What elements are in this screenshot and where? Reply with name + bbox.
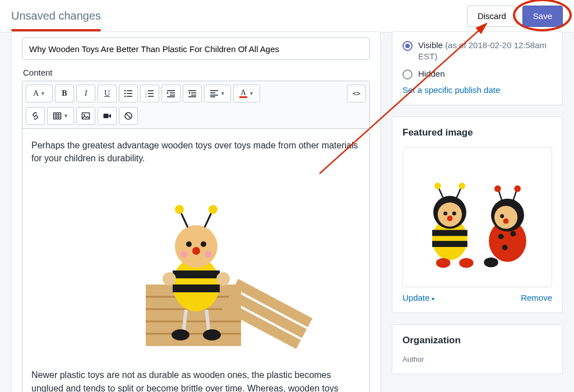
svg-rect-47 [173,270,220,278]
svg-rect-66 [432,241,467,247]
featured-image-title: Featured image [402,127,552,138]
chevron-down-icon: ▾ [432,296,434,302]
paragraph-2: Newer plastic toys are not as durable as… [31,368,360,392]
svg-point-68 [438,202,462,226]
svg-rect-4 [127,93,132,94]
editor-image-bee[interactable] [73,172,320,368]
chevron-down-icon: ▼ [40,91,45,96]
discard-button[interactable]: Discard [467,6,517,27]
visibility-hidden-option[interactable]: Hidden [402,68,552,80]
underline-button[interactable]: U [98,85,117,102]
rich-text-editor: A▼ B I U 123 ▼ A▼ <> ▼ [22,81,370,392]
svg-point-70 [452,211,456,215]
svg-point-84 [500,214,504,218]
side-column: Visible (as of 2018-02-20 12:58am EST) H… [392,31,563,392]
svg-point-80 [510,231,516,236]
svg-point-75 [459,183,465,189]
svg-point-58 [209,205,217,214]
svg-text:3: 3 [145,95,147,98]
svg-rect-21 [191,95,196,96]
indent-button[interactable] [183,85,202,102]
svg-point-60 [216,272,230,286]
link-button[interactable] [26,107,45,125]
svg-marker-20 [188,92,190,94]
align-dropdown[interactable]: ▼ [204,85,231,102]
svg-rect-14 [170,92,175,94]
publish-date-link[interactable]: Set a specific publish date [402,85,552,95]
organization-title: Organization [402,335,552,346]
video-button[interactable] [98,107,117,125]
svg-point-54 [205,251,212,258]
svg-point-5 [124,96,126,97]
svg-rect-32 [82,113,90,119]
svg-rect-24 [210,92,215,94]
featured-update-link[interactable]: Update▾ [402,293,434,302]
svg-point-56 [175,205,184,214]
bullet-list-button[interactable] [119,85,138,102]
featured-image-thumbnail[interactable] [402,147,552,287]
visible-label: Visible [418,40,443,50]
svg-rect-23 [210,90,218,91]
italic-button[interactable]: I [76,85,95,102]
html-view-button[interactable]: <> [347,85,366,102]
featured-image-card: Featured image [392,116,563,313]
svg-point-49 [175,225,217,268]
svg-point-76 [436,258,451,268]
chevron-down-icon: ▼ [63,113,68,119]
visibility-card: Visible (as of 2018-02-20 12:58am EST) H… [392,31,563,105]
content-label: Content [23,68,370,77]
table-dropdown[interactable]: ▼ [47,107,74,125]
svg-rect-16 [170,95,175,96]
image-button[interactable] [76,107,95,125]
svg-point-53 [180,251,187,258]
rte-content[interactable]: Perhaps the greatest advantage wooden to… [22,129,369,392]
svg-point-81 [502,245,508,250]
bold-button[interactable]: B [55,85,74,102]
svg-point-51 [201,241,206,247]
svg-point-52 [192,247,200,255]
svg-point-87 [494,185,501,192]
svg-rect-18 [188,90,196,91]
numbered-list-button[interactable]: 123 [140,85,159,102]
svg-rect-25 [210,95,218,96]
svg-point-79 [498,234,504,239]
author-label: Author [402,355,552,363]
top-bar: Unsaved changes Discard Save [0,0,574,32]
chevron-down-icon: ▼ [220,91,225,96]
svg-point-69 [443,211,447,215]
save-button[interactable]: Save [522,6,563,27]
svg-rect-19 [191,92,196,94]
svg-point-90 [484,257,498,267]
svg-point-62 [203,329,221,340]
post-title-input[interactable] [22,38,370,60]
text-color-dropdown[interactable]: A▼ [233,85,260,102]
svg-point-71 [447,216,453,221]
svg-point-73 [434,183,441,189]
annotation-underline [11,29,101,31]
svg-point-1 [124,90,126,92]
unsaved-status: Unsaved changes [11,10,101,22]
svg-rect-2 [127,90,132,91]
radio-selected-icon [402,41,413,51]
visibility-visible-option[interactable]: Visible (as of 2018-02-20 12:58am EST) [402,40,552,63]
organization-card: Organization Author [392,324,563,374]
outdent-button[interactable] [161,85,180,102]
svg-rect-26 [210,96,215,97]
clear-format-button[interactable] [119,107,138,125]
svg-point-83 [494,206,517,228]
svg-rect-27 [54,113,61,119]
svg-point-89 [514,185,521,192]
svg-point-77 [459,258,474,268]
svg-rect-63 [403,148,552,286]
featured-remove-link[interactable]: Remove [521,293,552,302]
svg-rect-48 [173,284,220,292]
svg-rect-6 [127,96,132,97]
svg-rect-17 [167,96,175,97]
svg-point-33 [84,114,85,115]
svg-rect-12 [148,96,154,97]
chevron-down-icon: ▼ [249,91,254,96]
font-family-dropdown[interactable]: A▼ [26,85,53,102]
paragraph-1: Perhaps the greatest advantage wooden to… [31,139,360,165]
svg-rect-10 [148,93,154,94]
svg-line-36 [126,114,131,118]
